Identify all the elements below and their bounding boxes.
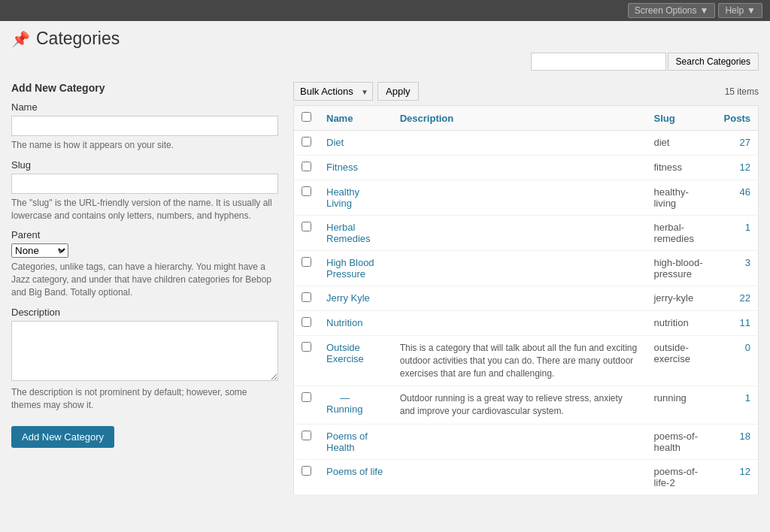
- bulk-actions-select[interactable]: Bulk Actions: [293, 82, 373, 101]
- help-button[interactable]: Help ▼: [718, 3, 762, 18]
- table-row: Jerry Kyle jerry-kyle 22: [294, 286, 759, 311]
- category-slug: healthy-living: [653, 186, 688, 209]
- table-row: Fitness fitness 12: [294, 156, 759, 180]
- row-description-cell: [393, 156, 647, 180]
- slug-label: Slug: [11, 159, 278, 171]
- row-checkbox[interactable]: [302, 137, 311, 147]
- row-slug-cell: diet: [646, 131, 716, 156]
- category-name-link[interactable]: Diet: [326, 137, 344, 148]
- row-posts-cell[interactable]: 46: [717, 180, 759, 216]
- parent-select-wrapper: None: [11, 243, 68, 258]
- table-row: Poems of Health poems-of-health 18: [294, 424, 759, 459]
- row-posts-cell[interactable]: 12: [717, 459, 759, 494]
- category-name-link[interactable]: High Blood Pressure: [326, 257, 374, 280]
- slug-hint: The "slug" is the URL-friendly version o…: [11, 197, 278, 222]
- row-checkbox[interactable]: [302, 466, 311, 476]
- category-slug: poems-of-life-2: [653, 466, 698, 488]
- row-checkbox[interactable]: [302, 292, 311, 302]
- table-row: High Blood Pressure high-blood-pressure …: [294, 251, 759, 286]
- row-posts-cell[interactable]: 12: [717, 156, 759, 180]
- category-name-link[interactable]: Fitness: [326, 162, 358, 173]
- category-description: This is a category that will talk about …: [400, 343, 638, 379]
- row-checkbox[interactable]: [302, 222, 311, 231]
- category-name-link[interactable]: Nutrition: [326, 317, 362, 328]
- slug-column-header[interactable]: Slug: [653, 113, 675, 124]
- row-description-cell: [393, 286, 647, 311]
- description-column-header[interactable]: Description: [400, 113, 454, 124]
- name-input[interactable]: [11, 116, 278, 136]
- row-checkbox[interactable]: [302, 162, 311, 171]
- row-checkbox[interactable]: [302, 342, 311, 352]
- row-name-cell: Herbal Remedies: [319, 216, 393, 251]
- row-description-cell: [393, 131, 647, 156]
- main-content: Add New Category Name The name is how it…: [0, 74, 770, 503]
- category-name-link[interactable]: Herbal Remedies: [326, 222, 371, 244]
- row-posts-cell[interactable]: 22: [717, 286, 759, 311]
- description-field-group: Description The description is not promi…: [11, 307, 278, 412]
- slug-input[interactable]: [11, 174, 278, 194]
- header-slug: Slug: [646, 106, 716, 131]
- posts-column-header[interactable]: Posts: [724, 113, 750, 124]
- row-posts-cell[interactable]: 1: [717, 386, 759, 425]
- row-checkbox[interactable]: [302, 392, 311, 402]
- header-checkbox-cell: [294, 106, 320, 131]
- row-checkbox[interactable]: [302, 186, 311, 196]
- table-row: Poems of life poems-of-life-2 12: [294, 459, 759, 494]
- description-textarea[interactable]: [11, 321, 278, 381]
- row-posts-cell[interactable]: 11: [717, 311, 759, 336]
- category-slug: fitness: [653, 162, 682, 173]
- row-slug-cell: healthy-living: [646, 180, 716, 216]
- row-checkbox[interactable]: [302, 431, 311, 440]
- search-button[interactable]: Search Categories: [668, 53, 759, 71]
- row-posts-cell[interactable]: 18: [717, 424, 759, 459]
- row-description-cell: This is a category that will talk about …: [393, 336, 647, 386]
- category-slug: poems-of-health: [653, 431, 698, 453]
- page-header: 📌 Categories: [0, 21, 770, 49]
- table-header-row: Name Description Slug Posts: [294, 106, 759, 131]
- row-checkbox-cell: [294, 336, 320, 386]
- row-name-cell: — Running: [319, 386, 393, 425]
- row-checkbox[interactable]: [302, 257, 311, 267]
- add-new-category-button[interactable]: Add New Category: [11, 426, 114, 448]
- row-checkbox-cell: [294, 386, 320, 425]
- row-posts-cell[interactable]: 3: [717, 251, 759, 286]
- parent-label: Parent: [11, 229, 278, 240]
- search-bar: Search Categories: [0, 49, 770, 74]
- category-name-link[interactable]: Outside Exercise: [326, 342, 364, 364]
- table-body: Diet diet 27 Fitness fitness 12: [294, 131, 759, 495]
- add-new-category-panel: Add New Category Name The name is how it…: [11, 82, 278, 495]
- category-name-link[interactable]: Poems of life: [326, 466, 383, 477]
- page-title: Categories: [36, 29, 120, 49]
- row-slug-cell: poems-of-health: [646, 424, 716, 459]
- row-posts-cell[interactable]: 0: [717, 336, 759, 386]
- row-slug-cell: poems-of-life-2: [646, 459, 716, 494]
- top-bar: Screen Options ▼ Help ▼: [0, 0, 770, 21]
- parent-select[interactable]: None: [11, 243, 68, 258]
- row-name-cell: Healthy Living: [319, 180, 393, 216]
- search-input[interactable]: [531, 53, 666, 71]
- row-name-cell: Outside Exercise: [319, 336, 393, 386]
- select-all-checkbox[interactable]: [302, 112, 311, 122]
- category-slug: outside-exercise: [653, 342, 690, 364]
- category-slug: jerry-kyle: [653, 292, 693, 304]
- parent-field-group: Parent None Categories, unlike tags, can…: [11, 229, 278, 298]
- row-checkbox-cell: [294, 424, 320, 459]
- header-description: Description: [393, 106, 647, 131]
- row-posts-cell[interactable]: 27: [717, 131, 759, 156]
- screen-options-button[interactable]: Screen Options ▼: [628, 3, 716, 18]
- category-name-link[interactable]: — Running: [326, 392, 362, 415]
- category-name-link[interactable]: Poems of Health: [326, 431, 368, 453]
- row-checkbox-cell: [294, 459, 320, 494]
- screen-options-label: Screen Options: [635, 5, 697, 16]
- category-name-link[interactable]: Jerry Kyle: [326, 292, 370, 304]
- apply-button[interactable]: Apply: [377, 82, 419, 101]
- help-arrow: ▼: [747, 5, 756, 16]
- category-name-link[interactable]: Healthy Living: [326, 186, 359, 209]
- row-checkbox-cell: [294, 180, 320, 216]
- row-description-cell: [393, 424, 647, 459]
- name-column-header[interactable]: Name: [326, 113, 353, 124]
- row-posts-cell[interactable]: 1: [717, 216, 759, 251]
- row-name-cell: Jerry Kyle: [319, 286, 393, 311]
- row-checkbox[interactable]: [302, 317, 311, 327]
- name-field-group: Name The name is how it appears on your …: [11, 101, 278, 152]
